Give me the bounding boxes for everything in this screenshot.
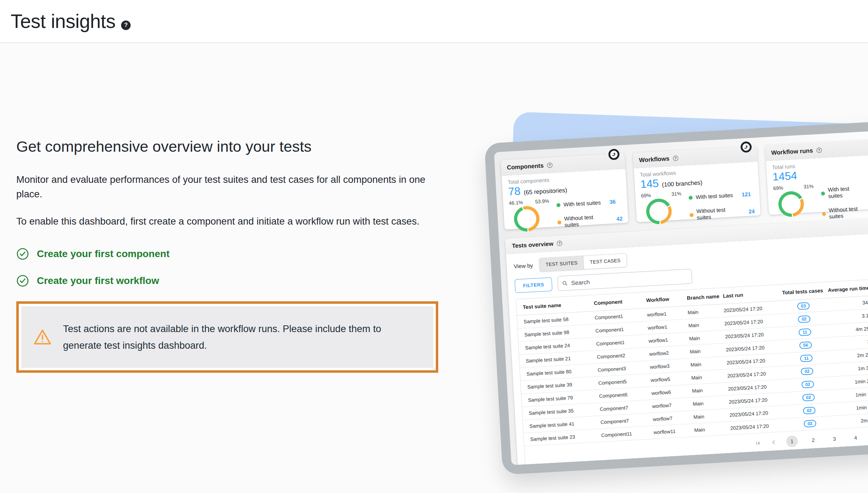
table-row: Sample test suite 80 Component3 worflow3… <box>520 343 868 381</box>
legend-label: With test suites <box>563 199 601 208</box>
donut-right-percent: 31% <box>804 183 814 190</box>
legend-value: 36 <box>609 199 616 205</box>
stat-card: Workflows ? Total workflows 145 (100 bra… <box>633 146 760 222</box>
table-row: Sample test suite 39 Component5 worflow5… <box>521 356 868 394</box>
create-component-link[interactable]: Create your first component <box>16 248 438 260</box>
cell-branch: Main <box>689 360 725 368</box>
metric-label: Total workflows <box>640 166 752 178</box>
cell-branch: Main <box>690 373 726 381</box>
total-cases-badge: 03 <box>797 302 810 310</box>
legend: With test suites 1000 Without test suite… <box>821 179 868 228</box>
cell-branch: Main <box>687 334 724 342</box>
cell-test-suite-name: Sample test suite 58 <box>517 315 594 325</box>
intro-paragraph-2: To enable this dashboard, first create a… <box>16 214 432 228</box>
cell-avg-run-time: 3.1s <box>860 312 868 319</box>
total-cases-badge: 02 <box>802 394 815 401</box>
cell-component: Component1 <box>593 312 646 320</box>
donut-left-percent: 69% <box>773 185 783 191</box>
cell-workflow: worflow1 <box>647 336 688 344</box>
help-icon: ? <box>557 240 563 246</box>
table-row: Sample test suite 98 Component1 worflow1… <box>518 304 868 342</box>
stat-card-title: Components <box>507 162 544 171</box>
table-row: Sample test suite 41 Component7 worflow7… <box>523 396 868 433</box>
cell-last-run: 2023/05/24 17:20 <box>727 396 786 405</box>
column-header: Component <box>592 297 645 306</box>
donut-chart-area: 69% 31% <box>641 191 685 232</box>
page-number: 2 <box>807 434 819 446</box>
stat-card-header: Workflow runs ? <box>765 139 868 161</box>
donut-chart <box>646 198 673 225</box>
help-icon: ? <box>673 155 678 161</box>
cell-workflow: worflow7 <box>651 401 692 409</box>
search-box <box>558 269 693 291</box>
table-row: Sample test suite 79 Component6 worflow6… <box>521 370 868 407</box>
metric-value: 1454 <box>772 169 798 184</box>
donut-right-percent: 53.9% <box>535 198 549 204</box>
stat-card: Components ? Total components 78 (65 rep… <box>501 153 628 230</box>
view-by-segmented-control: TEST SUITES TEST CASES <box>539 253 627 272</box>
cell-avg-run-time: 34s <box>861 299 868 306</box>
column-header: Workflow <box>645 295 686 303</box>
column-header: Test suite name <box>516 300 593 310</box>
cell-last-run: 2023/05/24 17:20 <box>729 422 788 431</box>
metric-value: 145 <box>640 177 659 191</box>
stat-card-title: Workflow runs <box>771 147 813 157</box>
green-dot-icon <box>556 203 561 207</box>
orange-dot-icon <box>557 220 561 225</box>
total-cases-badge: 11 <box>800 354 813 362</box>
intro-paragraph-1: Monitor and evaluate performances of you… <box>16 172 432 201</box>
cell-test-suite-name: Sample test suite 35 <box>522 406 599 416</box>
legend-label: Without test suites <box>828 205 868 220</box>
cell-workflow: worflow5 <box>649 375 690 383</box>
stat-card-title: Workflows <box>639 155 670 164</box>
orange-dot-icon <box>822 212 826 216</box>
cell-test-suite-name: Sample test suite 41 <box>523 419 599 429</box>
cell-last-run: 2023/05/24 17:20 <box>725 357 784 366</box>
app-header: Test insights ? <box>0 0 868 43</box>
legend-label: Without test suites <box>696 206 740 221</box>
create-workflow-label: Create your first workflow <box>37 275 159 286</box>
cell-last-run: 2023/05/24 17:20 <box>724 331 782 340</box>
tablet-frame: Components ? Total components 78 (65 rep… <box>484 117 868 475</box>
pagination: 1 2 3 4 5 6 7 <box>524 422 868 465</box>
donut-chart <box>778 191 805 218</box>
donut-left-percent: 46.1% <box>509 199 523 206</box>
cell-component: Component6 <box>598 390 650 399</box>
legend-label: With test suites <box>828 185 865 199</box>
create-workflow-link[interactable]: Create your first workflow <box>16 274 438 287</box>
cell-test-suite-name: Sample test suite 39 <box>521 380 597 390</box>
check-circle-icon <box>16 274 29 287</box>
warning-banner: Test actions are not available in the wo… <box>16 301 438 373</box>
legend-value: 121 <box>742 191 751 198</box>
page-number: 3 <box>828 433 840 445</box>
table-row: Sample test suite 58 Component1 worflow1… <box>517 291 868 329</box>
metric-value: 78 <box>508 185 521 198</box>
cell-test-suite-name: Sample test suite 24 <box>519 341 595 351</box>
tests-overview-header: Tests overview ? <box>505 214 868 254</box>
cell-test-suite-name: Sample test suite 80 <box>520 367 596 377</box>
cell-component: Component7 <box>599 417 652 425</box>
legend: With test suites 121 Without test suites… <box>688 187 755 229</box>
stat-card: Workflow runs ? Total runs 1454 <box>765 139 868 215</box>
sync-icon <box>740 141 752 153</box>
metric-suffix: (65 repositories) <box>524 187 567 196</box>
search-icon <box>562 280 568 286</box>
legend: With test suites 36 Without test suites … <box>556 194 623 237</box>
cell-workflow: worflow6 <box>650 388 691 396</box>
cell-branch: Main <box>693 425 729 433</box>
help-icon: ? <box>816 147 822 153</box>
column-header: Total tests cases <box>781 288 823 296</box>
sync-icon <box>608 149 620 161</box>
total-cases-badge: 02 <box>800 367 813 375</box>
donut-left-percent: 69% <box>641 192 651 199</box>
search-input <box>571 273 688 286</box>
column-header: Last run <box>721 290 780 299</box>
help-icon[interactable]: ? <box>121 21 131 30</box>
cell-component: Component1 <box>595 338 647 347</box>
first-page-icon <box>755 440 761 446</box>
total-cases-badge: 11 <box>799 328 811 336</box>
cell-test-suite-name: Sample test suite 98 <box>518 328 594 338</box>
tab-test-cases: TEST CASES <box>583 254 627 269</box>
cell-avg-run-time: 1min 27s <box>855 404 868 411</box>
metric-suffix: (100 branches) <box>662 179 702 188</box>
